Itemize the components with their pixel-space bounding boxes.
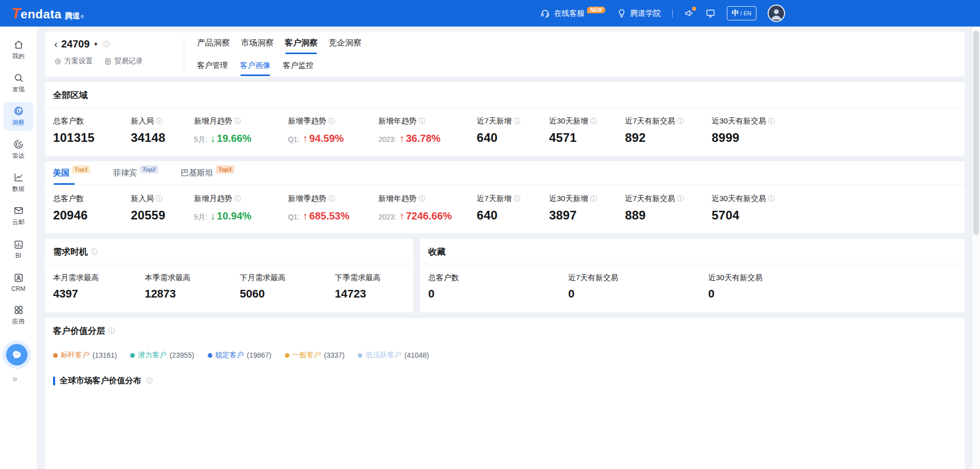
- back-chevron-icon[interactable]: ‹: [54, 38, 58, 49]
- legend-item-benchmark[interactable]: 标杆客户 (13161): [53, 351, 117, 360]
- chat-support-button[interactable]: [6, 344, 28, 365]
- workbench-button[interactable]: [705, 8, 716, 18]
- sidebar-item-cloudmail[interactable]: 云邮: [4, 202, 33, 230]
- subtab-customer-profile[interactable]: 客户画像: [239, 55, 271, 77]
- info-icon[interactable]: ⓘ: [590, 118, 597, 125]
- language-toggle[interactable]: 中 / EN: [727, 6, 756, 20]
- sidebar: 我的 发现 洞察 雷达 数据 云邮 BI CRM 应用 »: [0, 27, 37, 469]
- apps-grid-icon: [13, 305, 24, 315]
- info-icon[interactable]: ⓘ: [677, 118, 684, 125]
- sidebar-item-label: 雷达: [12, 152, 24, 160]
- user-avatar[interactable]: [768, 5, 785, 22]
- info-icon[interactable]: ⓘ: [677, 195, 684, 202]
- info-icon[interactable]: ⓘ: [146, 378, 153, 384]
- feedback-button[interactable]: [684, 8, 694, 18]
- info-icon[interactable]: ⓘ: [234, 195, 241, 202]
- country-tab-philippines[interactable]: 菲律宾 Top2: [113, 161, 158, 185]
- stat-new-30d: 近30天新增ⓘ 3897: [549, 194, 625, 223]
- sidebar-item-apps[interactable]: 应用: [4, 301, 33, 330]
- vertical-scrollbar[interactable]: [972, 27, 980, 469]
- stat-label: 新增月趋势ⓘ: [194, 116, 288, 126]
- tab-customer-insight[interactable]: 客户洞察: [284, 32, 318, 55]
- stat-total-customers: 总客户数 101315: [53, 116, 131, 145]
- info-icon[interactable]: ⓘ: [590, 195, 597, 202]
- info-icon[interactable]: ⓘ: [768, 118, 775, 125]
- trend-arrow-icon: ↑: [303, 133, 308, 144]
- stat-trades-30d: 近30天有新交易ⓘ 5704: [712, 194, 957, 223]
- scheme-selector[interactable]: ‹ 24709 ▼ ⓘ: [54, 38, 184, 50]
- info-icon[interactable]: ⓘ: [768, 195, 775, 202]
- info-icon[interactable]: ⓘ: [513, 118, 520, 125]
- language-current: 中: [732, 9, 739, 18]
- info-icon[interactable]: ⓘ: [419, 195, 425, 202]
- stat-label: 新增月趋势ⓘ: [194, 194, 288, 204]
- tab-product-insight[interactable]: 产品洞察: [197, 32, 230, 55]
- favorites-title: 收藏: [420, 239, 965, 264]
- info-icon[interactable]: ⓘ: [156, 195, 162, 202]
- secondary-tabs: 客户管理 客户画像 客户监控: [197, 55, 362, 77]
- info-icon[interactable]: ⓘ: [328, 195, 335, 202]
- notification-dot: [692, 7, 696, 11]
- mail-icon: [13, 205, 24, 216]
- stat-new-entrants: 新入局ⓘ 34148: [131, 116, 194, 145]
- subtab-customer-management[interactable]: 客户管理: [197, 55, 228, 77]
- bi-dashboard-icon: [13, 239, 24, 250]
- info-icon[interactable]: ⓘ: [108, 328, 115, 334]
- sidebar-item-insight[interactable]: 洞察: [4, 102, 33, 131]
- stat-label: 新增年趋势ⓘ: [378, 116, 477, 126]
- scheme-info-icon[interactable]: ⓘ: [104, 41, 110, 47]
- gear-target-icon: [54, 58, 62, 65]
- country-tab-pakistan[interactable]: 巴基斯坦 Top3: [181, 161, 234, 185]
- scheme-settings-link[interactable]: 方案设置: [54, 57, 93, 66]
- tab-market-insight[interactable]: 市场洞察: [240, 32, 274, 55]
- stat-value: 20559: [131, 208, 194, 223]
- info-icon[interactable]: ⓘ: [419, 118, 425, 125]
- sidebar-item-bi[interactable]: BI: [4, 235, 33, 263]
- topbar: T endata 腾道 ® 在线客服 NEW 腾道学院 中 / EN: [0, 0, 980, 27]
- sidebar-item-label: 应用: [12, 317, 24, 326]
- crm-contact-icon: [13, 273, 24, 283]
- trade-records-link[interactable]: 贸易记录: [104, 57, 143, 66]
- info-icon[interactable]: ⓘ: [513, 195, 520, 202]
- stat-value: 4397: [53, 287, 144, 301]
- stat-value: 4571: [549, 131, 625, 145]
- academy-label: 腾道学院: [630, 9, 661, 18]
- info-icon[interactable]: ⓘ: [328, 118, 335, 125]
- info-icon[interactable]: ⓘ: [91, 249, 97, 255]
- trend-arrow-icon: ↑: [399, 210, 404, 221]
- sidebar-item-discover[interactable]: 发现: [4, 69, 33, 97]
- sidebar-item-mine[interactable]: 我的: [4, 36, 33, 64]
- legend-item-ordinary[interactable]: 一般客户 (3337): [285, 351, 345, 360]
- stat-label: 总客户数: [53, 116, 131, 126]
- subtab-customer-monitoring[interactable]: 客户监控: [282, 55, 314, 77]
- info-icon[interactable]: ⓘ: [234, 118, 241, 125]
- stat-quarterly-trend: 新增季趋势ⓘ Q1: ↑94.59%: [288, 116, 378, 145]
- academy-button[interactable]: 腾道学院: [617, 8, 661, 18]
- online-service-button[interactable]: 在线客服 NEW: [540, 8, 605, 18]
- legend-item-potential[interactable]: 潜力客户 (23955): [130, 351, 194, 360]
- country-tab-usa[interactable]: 美国 Top1: [53, 161, 90, 185]
- stat-label: 近7天新增ⓘ: [477, 194, 549, 204]
- legend-item-stable[interactable]: 稳定客户 (19867): [208, 351, 272, 360]
- stat-value: 0: [708, 287, 957, 301]
- all-region-title: 全部区域: [45, 82, 965, 108]
- info-icon[interactable]: ⓘ: [156, 118, 162, 125]
- tab-competitor-insight[interactable]: 竞企洞察: [328, 32, 362, 55]
- legend-label: 稳定客户: [215, 351, 244, 360]
- sidebar-item-data[interactable]: 数据: [4, 168, 33, 197]
- sidebar-expand-button[interactable]: »: [0, 374, 37, 384]
- tendata-logo[interactable]: T endata 腾道 ®: [11, 6, 84, 21]
- scrollbar-thumb[interactable]: [973, 31, 979, 235]
- stat-value: 12873: [144, 287, 239, 301]
- stat-label: 新入局ⓘ: [131, 194, 194, 204]
- sidebar-item-radar[interactable]: 雷达: [4, 135, 33, 164]
- chart-icon: [13, 172, 24, 183]
- topbar-right: 在线客服 NEW 腾道学院 中 / EN: [540, 0, 785, 27]
- trend-value: ↑7246.66%: [399, 210, 452, 222]
- sidebar-item-crm[interactable]: CRM: [4, 268, 33, 297]
- stat-new-7d: 近7天新增ⓘ 640: [477, 116, 549, 145]
- monitor-icon: [705, 8, 716, 18]
- stat-label: 近30天有新交易ⓘ: [712, 194, 957, 204]
- stat-label: 近7天有新交易ⓘ: [625, 194, 712, 204]
- legend-item-low-active[interactable]: 低活跃客户 (41048): [358, 351, 429, 360]
